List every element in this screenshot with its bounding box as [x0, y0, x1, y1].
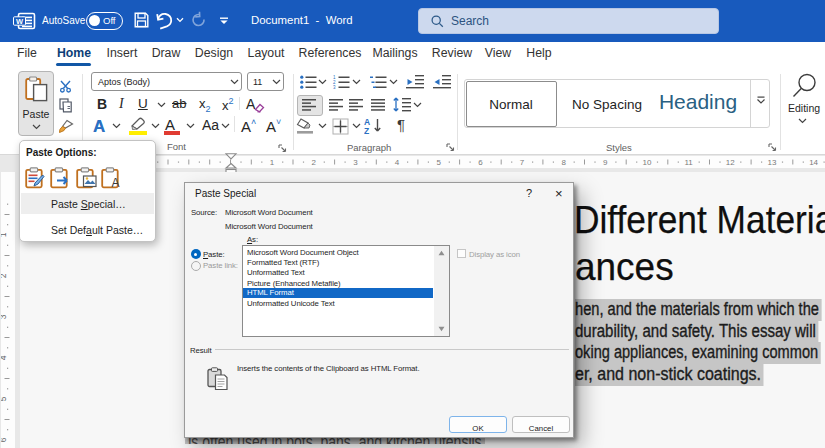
svg-text:5: 5 [1, 396, 8, 401]
svg-text:8: 8 [561, 158, 566, 167]
svg-text:1: 1 [1, 232, 8, 237]
svg-text:6: 6 [478, 158, 483, 167]
svg-text:9: 9 [603, 158, 608, 167]
svg-text:4: 4 [1, 355, 8, 360]
svg-text:6: 6 [1, 437, 8, 442]
svg-text:3: 3 [1, 314, 8, 319]
svg-text:14: 14 [809, 158, 818, 167]
svg-text:5: 5 [437, 158, 442, 167]
svg-text:2: 2 [1, 273, 8, 278]
svg-text:7: 7 [520, 158, 525, 167]
svg-text:2: 2 [312, 158, 317, 167]
svg-text:A: A [112, 176, 120, 190]
svg-text:12: 12 [726, 158, 735, 167]
svg-text:10: 10 [643, 158, 652, 167]
svg-text:3: 3 [353, 158, 358, 167]
svg-text:W: W [16, 17, 24, 26]
svg-text:3: 3 [333, 85, 336, 90]
svg-text:4: 4 [395, 158, 400, 167]
svg-text:11: 11 [684, 158, 693, 167]
svg-text:13: 13 [767, 158, 776, 167]
svg-text:1: 1 [270, 158, 275, 167]
svg-text:Z: Z [364, 126, 369, 135]
